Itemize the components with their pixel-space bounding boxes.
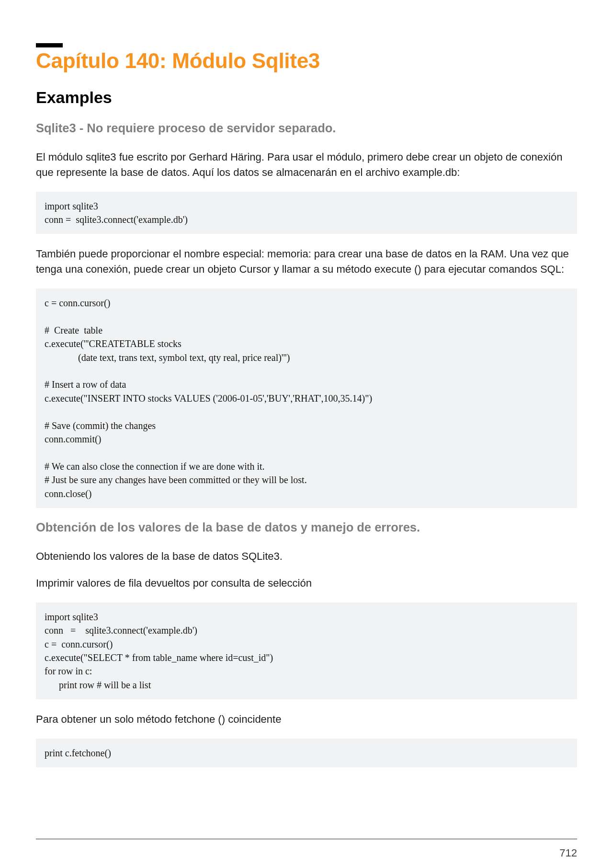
subsection-heading-1: Sqlite3 - No requiere proceso de servido… <box>36 121 577 135</box>
title-accent-bar <box>36 43 63 47</box>
page-number: 712 <box>559 847 577 859</box>
subsection-heading-2: Obtención de los valores de la base de d… <box>36 521 577 534</box>
paragraph-5: Para obtener un solo método fetchone () … <box>36 712 577 727</box>
code-block-2: c = conn.cursor() # Create table c.execu… <box>36 289 577 508</box>
paragraph-4: Imprimir valores de fila devueltos por c… <box>36 576 577 591</box>
code-block-4: print c.fetchone() <box>36 739 577 767</box>
page: Capítulo 140: Módulo Sqlite3 Examples Sq… <box>0 0 613 868</box>
examples-heading: Examples <box>36 88 577 107</box>
paragraph-1: El módulo sqlite3 fue escrito por Gerhar… <box>36 150 577 180</box>
footer-rule <box>36 839 577 839</box>
paragraph-2: También puede proporcionar el nombre esp… <box>36 246 577 277</box>
code-block-3: import sqlite3 conn = sqlite3.connect('e… <box>36 602 577 699</box>
chapter-title: Capítulo 140: Módulo Sqlite3 <box>36 48 577 74</box>
paragraph-3: Obteniendo los valores de la base de dat… <box>36 549 577 564</box>
code-block-1: import sqlite3 conn = sqlite3.connect('e… <box>36 192 577 234</box>
